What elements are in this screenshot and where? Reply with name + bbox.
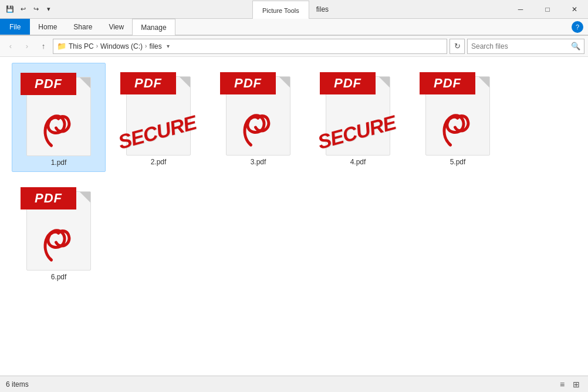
pdf-banner: PDF: [320, 72, 376, 94]
help-button[interactable]: ?: [572, 21, 583, 33]
crumb-thispc[interactable]: This PC: [69, 42, 94, 50]
file-icon: PDF SECURE: [120, 67, 197, 156]
close-button[interactable]: ✕: [561, 0, 588, 19]
folder-icon: 📁: [57, 42, 66, 50]
large-icons-view-button[interactable]: ⊞: [570, 379, 582, 390]
address-chevron-icon: ▾: [167, 43, 170, 49]
tab-home[interactable]: Home: [30, 19, 65, 35]
file-icon: PDF: [220, 67, 296, 156]
acrobat-icon: [239, 109, 278, 150]
back-button[interactable]: ‹: [4, 39, 18, 53]
picture-tools-tab[interactable]: Picture Tools: [252, 1, 309, 19]
quick-access-save[interactable]: 💾: [5, 4, 15, 15]
file-name-label: 2.pdf: [151, 158, 167, 166]
title-bar-left: 💾 ↩ ↪ ▾: [0, 0, 59, 18]
item-count: 6 items: [6, 380, 29, 388]
quick-access-undo[interactable]: ↩: [18, 4, 28, 15]
file-name-label: 6.pdf: [51, 273, 67, 281]
file-name-label: 4.pdf: [350, 158, 366, 166]
list-item[interactable]: PDF 5.pdf: [411, 63, 505, 172]
file-name-label: 5.pdf: [450, 158, 466, 166]
list-item[interactable]: PDF 1.pdf: [12, 63, 106, 172]
picture-tools-label: Picture Tools: [262, 7, 299, 14]
pdf-banner: PDF: [120, 72, 176, 94]
refresh-button[interactable]: ↻: [450, 39, 465, 54]
list-item[interactable]: PDF 6.pdf: [12, 178, 106, 286]
acrobat-icon: [40, 224, 78, 265]
forward-button[interactable]: ›: [20, 39, 34, 53]
pdf-corner-fold: [180, 77, 190, 87]
search-input[interactable]: [471, 42, 569, 50]
view-controls: ≡ ⊞: [556, 379, 582, 390]
title-filename: files: [309, 0, 336, 18]
ribbon-tabs: File Home Share View Manage ?: [0, 19, 588, 35]
address-box[interactable]: 📁 This PC › Windows (C:) › files ▾: [53, 39, 447, 54]
title-center: Picture Tools files: [252, 0, 336, 18]
pdf-banner: PDF: [21, 73, 76, 95]
filename-text: files: [316, 5, 329, 13]
acrobat-icon: [40, 109, 78, 150]
file-name-label: 1.pdf: [51, 158, 67, 167]
pdf-corner-fold: [379, 77, 390, 87]
tab-share[interactable]: Share: [65, 19, 100, 35]
maximize-button[interactable]: □: [534, 0, 561, 19]
tab-file[interactable]: File: [0, 19, 30, 35]
pdf-corner-fold: [80, 192, 90, 202]
file-name-label: 3.pdf: [251, 158, 266, 166]
minimize-button[interactable]: ─: [507, 0, 534, 19]
search-icon: 🔍: [571, 42, 580, 50]
list-item[interactable]: PDF 3.pdf: [211, 63, 305, 172]
pdf-corner-fold: [479, 77, 489, 87]
file-icon: PDF: [420, 67, 496, 156]
file-grid: PDF 1.pdf PDF SECURE 2.pdf: [0, 57, 588, 376]
window-controls: ─ □ ✕: [507, 0, 588, 18]
search-box[interactable]: 🔍: [467, 39, 584, 54]
pdf-corner-fold: [80, 77, 90, 88]
up-button[interactable]: ↑: [36, 39, 50, 53]
pdf-banner: PDF: [420, 72, 475, 94]
pdf-corner-fold: [279, 77, 290, 87]
file-icon: PDF: [21, 183, 97, 271]
file-icon: PDF SECURE: [320, 67, 396, 156]
quick-access-redo[interactable]: ↪: [31, 4, 41, 15]
acrobat-icon: [439, 109, 477, 150]
crumb-files[interactable]: files: [149, 42, 161, 50]
pdf-banner: PDF: [21, 187, 76, 209]
tab-manage[interactable]: Manage: [132, 19, 175, 35]
ribbon: File Home Share View Manage ?: [0, 19, 588, 36]
list-item[interactable]: PDF SECURE 4.pdf: [311, 63, 405, 172]
status-bar: 6 items ≡ ⊞: [0, 376, 588, 392]
tab-view[interactable]: View: [100, 19, 132, 35]
address-bar: ‹ › ↑ 📁 This PC › Windows (C:) › files ▾…: [0, 36, 588, 57]
title-bar: 💾 ↩ ↪ ▾ Picture Tools files ─ □ ✕: [0, 0, 588, 19]
quick-access-dropdown[interactable]: ▾: [43, 4, 54, 15]
pdf-banner: PDF: [220, 72, 276, 94]
crumb-windows[interactable]: Windows (C:): [100, 42, 143, 50]
file-icon: PDF: [21, 68, 97, 156]
details-view-button[interactable]: ≡: [556, 379, 568, 390]
list-item[interactable]: PDF SECURE 2.pdf: [111, 63, 205, 172]
